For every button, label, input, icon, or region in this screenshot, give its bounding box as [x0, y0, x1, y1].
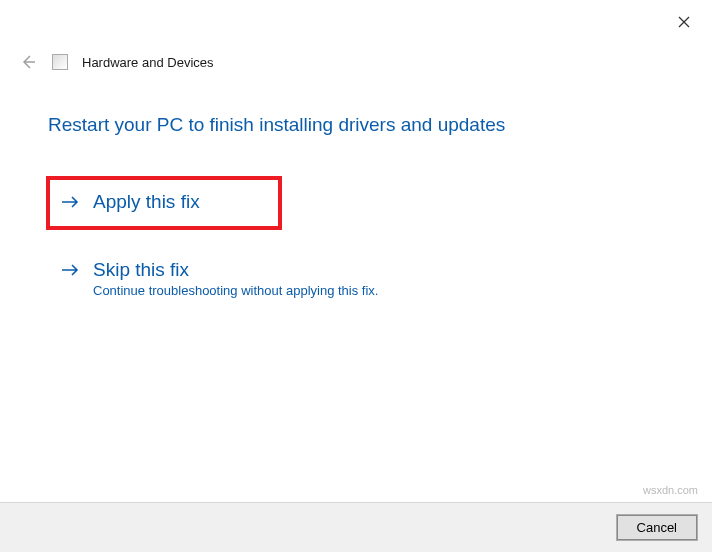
- page-heading: Restart your PC to finish installing dri…: [48, 114, 505, 136]
- header-title: Hardware and Devices: [82, 55, 214, 70]
- back-arrow-icon: [20, 54, 36, 70]
- header: Hardware and Devices: [18, 52, 214, 72]
- skip-fix-option[interactable]: Skip this fix Continue troubleshooting w…: [48, 248, 694, 309]
- apply-fix-text: Apply this fix: [93, 191, 200, 213]
- options-list: Apply this fix Skip this fix Continue tr…: [48, 178, 694, 309]
- arrow-right-icon: [61, 263, 79, 277]
- apply-fix-title: Apply this fix: [93, 191, 200, 213]
- apply-fix-option[interactable]: Apply this fix: [48, 178, 280, 228]
- back-button[interactable]: [18, 52, 38, 72]
- skip-fix-subtitle: Continue troubleshooting without applyin…: [93, 283, 378, 298]
- cancel-button[interactable]: Cancel: [616, 514, 698, 541]
- close-button[interactable]: [674, 12, 694, 32]
- close-icon: [678, 16, 690, 28]
- arrow-right-icon: [61, 195, 79, 209]
- watermark: wsxdn.com: [643, 484, 698, 496]
- footer: Cancel: [0, 502, 712, 552]
- skip-fix-title: Skip this fix: [93, 259, 378, 281]
- skip-fix-text: Skip this fix Continue troubleshooting w…: [93, 259, 378, 298]
- troubleshooter-icon: [52, 54, 68, 70]
